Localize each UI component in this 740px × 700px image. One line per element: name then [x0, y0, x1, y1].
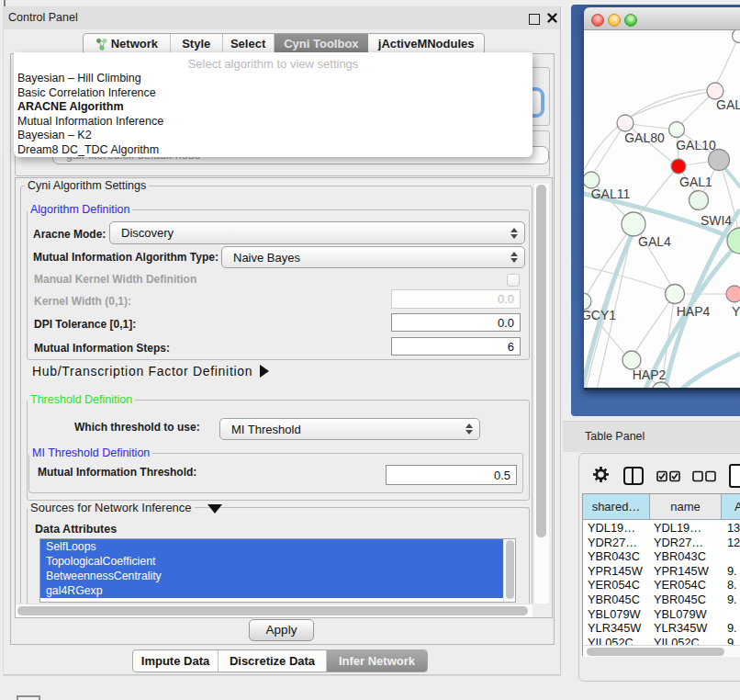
dropdown-hint: Select algorithm to view settings	[14, 57, 533, 71]
aracne-mode-combobox[interactable]: Discovery	[109, 221, 525, 244]
which-threshold-label: Which threshold to use:	[74, 421, 200, 434]
network-node[interactable]	[622, 212, 645, 236]
attribute-list-item[interactable]: SelfLoops	[40, 539, 503, 554]
mi-type-label: Mutual Information Algorithm Type:	[33, 251, 219, 264]
list-scrollbar[interactable]	[503, 539, 515, 602]
table-row[interactable]: YBR043CYBR043C	[583, 549, 740, 564]
network-node[interactable]	[726, 286, 740, 302]
table-panel-titlebar: Table Panel	[563, 421, 740, 452]
tab-impute-data[interactable]: Impute Data	[133, 650, 219, 672]
attribute-list-item[interactable]: gal4RGexp	[40, 583, 503, 598]
dropdown-item[interactable]: Basic Correlation Inference	[17, 86, 530, 101]
kernel-width-field[interactable]: 0.0	[391, 289, 521, 309]
network-window: GALGAL80GAL10GAL1GAL11SWI4GAL4GCY1HAP4YH…	[584, 7, 740, 390]
app: Control Panel Network Style Select Cyni …	[0, 0, 740, 700]
table-row[interactable]: YDR27…YDR27…12	[583, 536, 740, 550]
network-node[interactable]	[727, 228, 740, 254]
split-columns-icon[interactable]	[623, 467, 644, 485]
dropdown-item[interactable]: Dream8 DC_TDC Algorithm	[17, 143, 530, 158]
close-icon[interactable]	[546, 12, 558, 24]
table-row[interactable]: YBL079WYBL079W	[583, 607, 740, 622]
network-node[interactable]	[671, 159, 686, 174]
network-icon	[95, 38, 107, 51]
manual-kernel-checkbox[interactable]	[507, 274, 520, 287]
network-node-label: HAP2	[633, 367, 667, 382]
network-node-label: GAL80	[624, 130, 665, 145]
top-left-tick	[4, 0, 6, 6]
dropdown-item[interactable]: Bayesian – Hill Climbing	[17, 72, 530, 86]
checked-columns-icon[interactable]	[656, 470, 682, 482]
dropdown-item[interactable]: ARACNE Algorithm	[17, 100, 530, 115]
hub-definition-label: Hub/Transcription Factor Definition	[32, 364, 252, 378]
table-row[interactable]: YER054CYER054C8.	[583, 578, 740, 593]
tab-style[interactable]: Style	[171, 34, 223, 54]
table-column-header[interactable]: shared…	[583, 494, 650, 520]
dropdown-item[interactable]: Mutual Information Inference	[17, 115, 530, 130]
network-node-label: Y	[732, 304, 740, 319]
manual-kernel-label: Manual Kernel Width Definition	[34, 273, 196, 286]
hub-definition-toggle[interactable]: Hub/Transcription Factor Definition	[32, 364, 308, 378]
which-threshold-combobox[interactable]: MI Threshold	[219, 418, 480, 440]
mi-type-combobox[interactable]: Naive Bayes	[221, 246, 525, 268]
attribute-list-item[interactable]: BetweennessCentrality	[40, 569, 503, 583]
mi-threshold-title: MI Threshold Definition	[29, 446, 152, 459]
aracne-mode-label: Aracne Mode:	[33, 228, 106, 241]
table-column-header[interactable]: A	[722, 494, 740, 520]
network-window-titlebar[interactable]	[584, 7, 740, 30]
table-row[interactable]: YBR045CYBR045C9.	[583, 593, 740, 607]
table-row[interactable]: YDL19…YDL19…13	[583, 521, 740, 536]
tab-infer-network[interactable]: Infer Network	[327, 650, 427, 672]
tab-network[interactable]: Network	[84, 34, 171, 54]
gear-icon[interactable]	[593, 466, 609, 482]
network-canvas[interactable]: GALGAL80GAL10GAL1GAL11SWI4GAL4GCY1HAP4YH…	[584, 30, 740, 390]
tab-jactivemnodules[interactable]: jActiveMNodules	[368, 34, 484, 54]
network-node-label: GAL1	[679, 175, 712, 189]
collapse-arrow-icon[interactable]	[207, 504, 222, 514]
settings-horizontal-scrollbar[interactable]	[16, 604, 533, 617]
tab-discretize-data[interactable]: Discretize Data	[219, 650, 327, 672]
control-panel-title: Control Panel	[8, 11, 78, 24]
table-horizontal-scrollbar[interactable]	[583, 645, 740, 657]
close-traffic-light[interactable]	[591, 14, 604, 27]
network-node[interactable]	[733, 30, 740, 43]
network-node[interactable]	[690, 191, 709, 210]
network-node-label: GCY1	[584, 308, 616, 322]
unchecked-columns-icon[interactable]	[692, 470, 718, 482]
network-node-label: SWI4	[701, 213, 732, 228]
combo-arrows-icon	[465, 423, 473, 435]
attribute-list-item[interactable]: TopologicalCoefficient	[40, 554, 503, 569]
control-panel-titlebar: Control Panel	[4, 6, 560, 29]
mi-steps-field[interactable]: 6	[391, 337, 521, 356]
mi-steps-label: Mutual Information Steps:	[34, 342, 170, 355]
algorithm-definition-group: Algorithm Definition Aracne Mode: Discov…	[27, 209, 530, 360]
network-node[interactable]	[666, 285, 685, 304]
tab-select[interactable]: Select	[223, 34, 275, 54]
bottom-tab-bar: Impute Data Discretize Data Infer Networ…	[132, 649, 428, 672]
apply-button[interactable]: Apply	[249, 619, 314, 641]
dropdown-item[interactable]: Bayesian – K2	[17, 129, 530, 143]
algorithm-dropdown: Select algorithm to view settings Bayesi…	[14, 52, 533, 157]
table-panel: shared…nameA YDL19…YDL19…13YDR27…YDR27…1…	[578, 453, 740, 682]
network-node[interactable]	[622, 351, 641, 369]
minimize-traffic-light[interactable]	[608, 14, 621, 27]
mi-threshold-field[interactable]: 0.5	[386, 465, 517, 485]
mi-threshold-group: MI Threshold Definition Mutual Informati…	[28, 453, 523, 493]
dpi-tolerance-field[interactable]: 0.0	[391, 313, 521, 332]
tab-network-label: Network	[111, 34, 158, 54]
network-node[interactable]	[617, 115, 633, 131]
network-node-label: GAL11	[591, 186, 631, 201]
float-window-icon[interactable]	[529, 14, 540, 25]
document-icon[interactable]	[729, 464, 740, 488]
table-row[interactable]: YPR145WYPR145W9.	[583, 564, 740, 579]
network-node[interactable]	[709, 150, 730, 171]
mi-threshold-label: Mutual Information Threshold:	[38, 466, 196, 479]
zoom-traffic-light[interactable]	[624, 14, 637, 27]
settings-vertical-scrollbar[interactable]	[533, 184, 549, 604]
table-panel-title: Table Panel	[585, 430, 645, 443]
minimized-panel-icon[interactable]	[17, 695, 40, 700]
network-node-label: GAL4	[638, 234, 671, 249]
network-node[interactable]	[669, 122, 685, 138]
table-column-header[interactable]: name	[650, 494, 722, 520]
tab-cyni-toolbox[interactable]: Cyni Toolbox	[275, 34, 369, 54]
table-row[interactable]: YLR345WYLR345W9.	[583, 621, 740, 636]
